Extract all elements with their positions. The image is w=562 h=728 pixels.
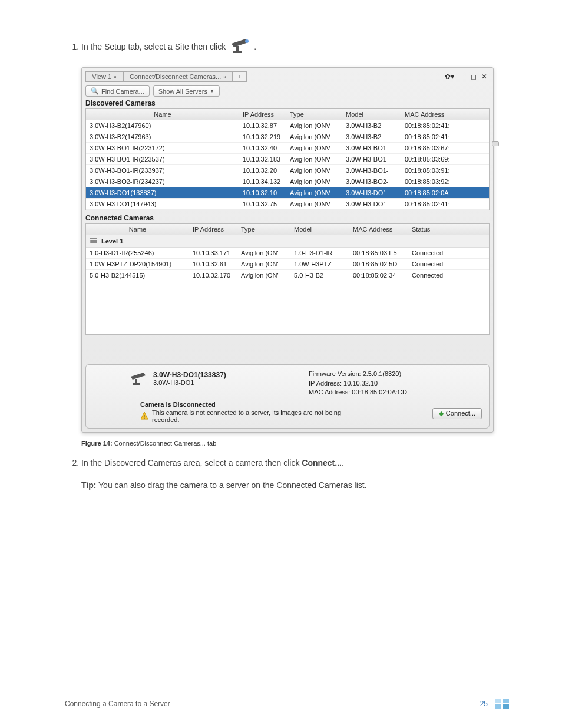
svg-point-3: [245, 39, 249, 43]
figure-caption: Figure 14: Connect/Disconnect Cameras...…: [81, 440, 497, 447]
table-row[interactable]: 3.0W-H3-BO2-IR(234237)10.10.34.132Avigil…: [86, 176, 489, 187]
detail-mac: MAC Address: 00:18:85:02:0A:CD: [309, 388, 482, 397]
find-camera-button[interactable]: 🔍 Find Camera...: [85, 85, 150, 97]
table-row[interactable]: 3.0W-H3-BO1-IR(223537)10.10.32.183Avigil…: [86, 154, 489, 165]
table-row[interactable]: 3.0W-H3-DO1(133837)10.10.32.10Avigilon (…: [86, 187, 489, 199]
table-row[interactable]: 3.0W-H3-B2(147960)10.10.32.87Avigilon (O…: [86, 120, 489, 131]
tab-bar: View 1 × Connect/Disconnect Cameras... ×…: [85, 71, 490, 82]
page-footer: Connecting a Camera to a Server 25: [65, 699, 509, 709]
close-icon[interactable]: ×: [114, 74, 117, 80]
tab-view1[interactable]: View 1 ×: [85, 71, 123, 82]
camera-setup-icon: [228, 35, 252, 58]
table-header: Name IP Address Type Model MAC Address: [86, 109, 489, 120]
detail-ip: IP Address: 10.10.32.10: [309, 379, 482, 388]
detail-camera-model: 3.0W-H3-DO1: [153, 379, 226, 386]
tip-line: Tip: You can also drag the camera to a s…: [81, 479, 497, 492]
svg-rect-5: [90, 240, 97, 242]
discovered-table: Name IP Address Type Model MAC Address 3…: [85, 108, 490, 210]
detail-firmware: Firmware Version: 2.5.0.1(8320): [309, 370, 482, 378]
detail-camera-name: 3.0W-H3-DO1(133837): [153, 371, 226, 379]
disconnected-msg: This camera is not connected to a server…: [152, 409, 352, 423]
svg-rect-4: [90, 238, 97, 239]
table-row[interactable]: 3.0W-H3-DO1(147943)10.10.32.75Avigilon (…: [86, 199, 489, 210]
maximize-icon[interactable]: ◻: [471, 73, 477, 81]
svg-rect-1: [236, 46, 239, 52]
svg-rect-15: [503, 704, 509, 709]
svg-rect-12: [495, 699, 501, 703]
svg-text:!: !: [144, 414, 146, 420]
discovered-title: Discovered Cameras: [85, 99, 490, 107]
table-row[interactable]: 5.0-H3-B2(144515)10.10.32.170Avigilon (O…: [86, 270, 489, 281]
server-icon: [90, 237, 98, 245]
svg-rect-9: [133, 383, 140, 385]
search-icon: 🔍: [91, 87, 99, 95]
connected-title: Connected Cameras: [85, 214, 490, 222]
svg-rect-2: [233, 51, 242, 53]
step1-pre-text: In the Setup tab, select a Site then cli…: [81, 40, 226, 53]
svg-rect-8: [135, 379, 137, 384]
chevron-down-icon: ▼: [210, 88, 214, 94]
server-group-row[interactable]: Level 1: [86, 235, 489, 248]
app-window: View 1 × Connect/Disconnect Cameras... ×…: [81, 67, 494, 432]
table-row[interactable]: 3.0W-H3-BO1-IR(223172)10.10.32.40Avigilo…: [86, 143, 489, 154]
show-all-servers-button[interactable]: Show All Servers ▼: [153, 85, 220, 97]
table-row[interactable]: 1.0W-H3PTZ-DP20(154901)10.10.32.61Avigil…: [86, 259, 489, 270]
table-header: Name IP Address Type Model MAC Address S…: [86, 224, 489, 235]
minimize-icon[interactable]: —: [459, 73, 466, 81]
close-window-icon[interactable]: ✕: [481, 73, 487, 81]
disconnected-title: Camera is Disconnected: [93, 401, 482, 408]
connected-table: Name IP Address Type Model MAC Address S…: [85, 223, 490, 335]
scrollbar-thumb[interactable]: [491, 141, 499, 146]
connect-button[interactable]: ◆ Connect...: [432, 408, 482, 419]
step-2: In the Discovered Cameras area, select a…: [81, 456, 497, 469]
connect-icon: ◆: [439, 410, 444, 417]
step1-post-text: .: [254, 40, 256, 53]
table-row[interactable]: 1.0-H3-D1-IR(255246)10.10.33.171Avigilon…: [86, 248, 489, 259]
step-1: In the Setup tab, select a Site then cli…: [81, 35, 497, 58]
brand-logo-icon: [495, 699, 509, 709]
svg-rect-14: [495, 704, 501, 709]
svg-marker-7: [131, 373, 146, 380]
table-row[interactable]: 3.0W-H3-B2(147963)10.10.32.219Avigilon (…: [86, 131, 489, 143]
footer-title: Connecting a Camera to a Server: [65, 700, 170, 708]
svg-rect-6: [90, 242, 97, 243]
gear-icon[interactable]: ✿▾: [445, 73, 454, 81]
close-icon[interactable]: ×: [223, 74, 226, 80]
camera-icon: [128, 370, 148, 387]
tab-add[interactable]: +: [233, 71, 247, 82]
svg-rect-13: [503, 699, 509, 703]
camera-detail-panel: 3.0W-H3-DO1(133837) 3.0W-H3-DO1 Firmware…: [85, 364, 490, 428]
warning-icon: !: [140, 411, 148, 421]
page-number: 25: [480, 700, 488, 708]
tab-connect-cameras[interactable]: Connect/Disconnect Cameras... ×: [123, 71, 233, 82]
table-row[interactable]: 3.0W-H3-BO1-IR(233937)10.10.32.20Avigilo…: [86, 165, 489, 176]
